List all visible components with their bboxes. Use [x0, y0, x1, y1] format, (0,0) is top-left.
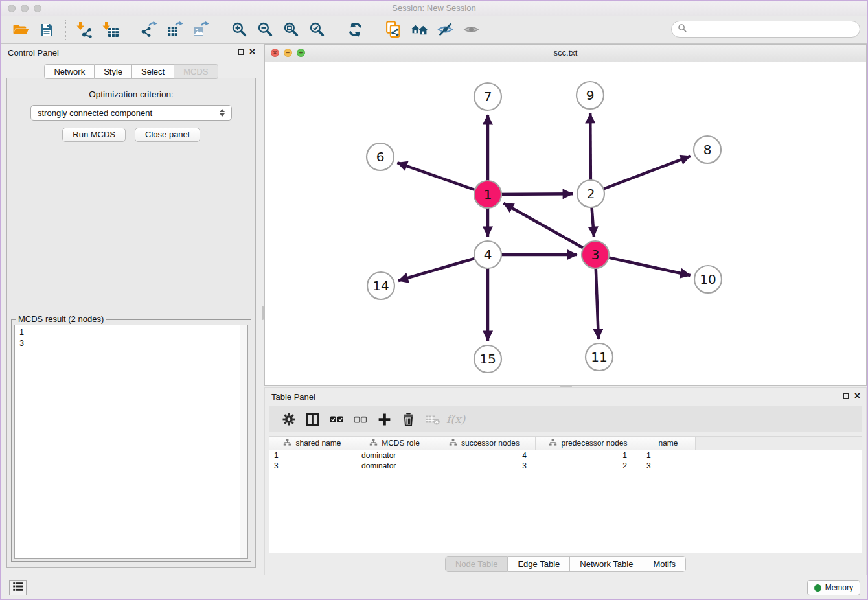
mcds-result-textarea[interactable]: 1 3 — [14, 325, 248, 559]
minimize-view-button[interactable]: − — [284, 49, 292, 57]
float-panel-icon[interactable] — [238, 49, 244, 55]
tab-network-table[interactable]: Network Table — [570, 556, 643, 572]
table-cell-shared-name[interactable]: 1 — [269, 450, 356, 461]
graph-node-15[interactable]: 15 — [474, 345, 501, 373]
zoom-view-button[interactable]: + — [297, 49, 305, 57]
refresh-icon[interactable] — [345, 19, 365, 41]
split-columns-icon[interactable] — [301, 408, 325, 431]
table-panel-header: Table Panel × — [265, 388, 866, 405]
zoom-window-button[interactable] — [34, 5, 41, 12]
trash-icon[interactable] — [396, 408, 420, 431]
table-cell-name[interactable]: 1 — [641, 450, 696, 461]
svg-text:f(x): f(x) — [446, 413, 466, 426]
graph-node-8[interactable]: 8 — [694, 136, 721, 163]
column-header-predecessor-nodes[interactable]: predecessor nodes — [536, 437, 641, 450]
copy-documents-icon[interactable] — [383, 19, 404, 41]
checkboxes-unchecked-icon[interactable] — [348, 408, 372, 431]
close-window-button[interactable] — [8, 5, 16, 12]
close-table-panel-icon[interactable]: × — [854, 392, 860, 400]
tab-edge-table[interactable]: Edge Table — [508, 556, 570, 572]
window-titlebar: Session: New Session — [1, 1, 867, 16]
close-view-button[interactable]: × — [271, 49, 279, 57]
table-row[interactable]: 3dominator323 — [269, 461, 862, 471]
memory-button[interactable]: Memory — [807, 580, 860, 595]
tab-select[interactable]: Select — [132, 64, 174, 79]
graph-node-9[interactable]: 9 — [577, 82, 604, 109]
column-header-successor-nodes[interactable]: successor nodes — [433, 437, 536, 450]
table-cell-name[interactable]: 3 — [641, 461, 696, 471]
column-header-name[interactable]: name — [641, 437, 696, 450]
table-type-tabs: Node TableEdge TableNetwork TableMotifs — [265, 556, 866, 572]
node-label: 1 — [484, 187, 492, 202]
tab-style[interactable]: Style — [95, 64, 132, 79]
search-input[interactable] — [691, 24, 854, 34]
table-cell-successor-nodes[interactable]: 3 — [433, 461, 536, 471]
zoom-selected-icon[interactable] — [306, 19, 327, 41]
graph-node-11[interactable]: 11 — [586, 343, 613, 371]
toolbar-divider — [220, 20, 220, 40]
checkboxes-checked-icon[interactable] — [325, 408, 348, 431]
node-label: 4 — [484, 247, 492, 262]
mcds-tab-content: Optimization criterion: strongly connect… — [6, 78, 256, 568]
network-window-traffic-lights: ×−+ — [271, 49, 305, 57]
eye-icon[interactable] — [461, 19, 481, 41]
import-network-icon[interactable] — [74, 19, 95, 41]
network-canvas[interactable]: 1234678910111415 — [265, 62, 866, 385]
node-label: 7 — [484, 89, 492, 104]
column-header-mcds-role[interactable]: MCDS role — [356, 437, 433, 450]
save-icon[interactable] — [36, 19, 57, 41]
table-cell-predecessor-nodes[interactable]: 2 — [536, 461, 641, 471]
tree-icon — [283, 438, 291, 448]
network-window-title: scc.txt — [265, 45, 866, 62]
close-panel-button[interactable]: Close panel — [135, 128, 200, 142]
graph-edge-3-1[interactable] — [503, 203, 595, 255]
run-mcds-button[interactable]: Run MCDS — [62, 128, 126, 142]
graph-node-6[interactable]: 6 — [367, 143, 394, 170]
table-cell-mcds-role[interactable]: dominator — [356, 450, 433, 461]
graph-node-14[interactable]: 14 — [367, 272, 394, 299]
tab-node-table[interactable]: Node Table — [445, 556, 508, 572]
tab-motifs[interactable]: Motifs — [643, 556, 686, 572]
fx-icon: f(x) — [444, 408, 468, 431]
graph-node-3[interactable]: 3 — [582, 241, 609, 268]
column-label: MCDS role — [382, 439, 420, 448]
import-table-icon[interactable] — [100, 19, 121, 41]
graph-edge-2-8[interactable] — [591, 156, 691, 194]
optimization-criterion-select[interactable]: strongly connected component — [30, 105, 232, 121]
table-body: 1dominator4113dominator323 — [269, 450, 862, 553]
column-header-shared-name[interactable]: shared name — [269, 437, 356, 450]
gear-icon[interactable] — [277, 408, 301, 431]
column-label: predecessor nodes — [561, 439, 627, 448]
task-history-button[interactable] — [9, 580, 27, 595]
export-image-icon[interactable] — [190, 19, 211, 41]
zoom-fit-icon[interactable] — [280, 19, 301, 41]
float-table-panel-icon[interactable] — [843, 393, 849, 399]
export-network-icon[interactable] — [139, 19, 159, 41]
export-table-icon[interactable] — [165, 19, 185, 41]
search-box[interactable] — [671, 21, 860, 38]
minimize-window-button[interactable] — [21, 5, 29, 12]
zoom-in-icon[interactable] — [229, 19, 249, 41]
close-panel-icon[interactable]: × — [249, 48, 255, 56]
graph-edge-1-6[interactable] — [397, 163, 488, 194]
tab-network[interactable]: Network — [44, 64, 95, 79]
table-row[interactable]: 1dominator411 — [269, 450, 862, 461]
zoom-out-icon[interactable] — [255, 19, 275, 41]
table-cell-shared-name[interactable]: 3 — [269, 461, 356, 471]
table-cell-mcds-role[interactable]: dominator — [356, 461, 433, 471]
application-window: Session: New Session Control Panel × Net… — [0, 0, 868, 600]
houses-icon[interactable] — [409, 19, 429, 41]
table-cell-successor-nodes[interactable]: 4 — [433, 450, 536, 461]
table-cell-predecessor-nodes[interactable]: 1 — [536, 450, 641, 461]
result-scrollbar[interactable] — [240, 325, 247, 558]
graph-node-1[interactable]: 1 — [474, 181, 501, 208]
graph-node-7[interactable]: 7 — [474, 83, 501, 110]
graph-node-10[interactable]: 10 — [694, 266, 722, 293]
graph-node-4[interactable]: 4 — [474, 241, 501, 268]
plus-icon[interactable] — [372, 408, 396, 431]
open-folder-icon[interactable] — [10, 19, 31, 41]
eye-slash-icon[interactable] — [435, 19, 455, 41]
graph-edge-3-10[interactable] — [595, 255, 691, 275]
graph-node-2[interactable]: 2 — [577, 180, 604, 207]
tab-mcds[interactable]: MCDS — [174, 64, 218, 79]
